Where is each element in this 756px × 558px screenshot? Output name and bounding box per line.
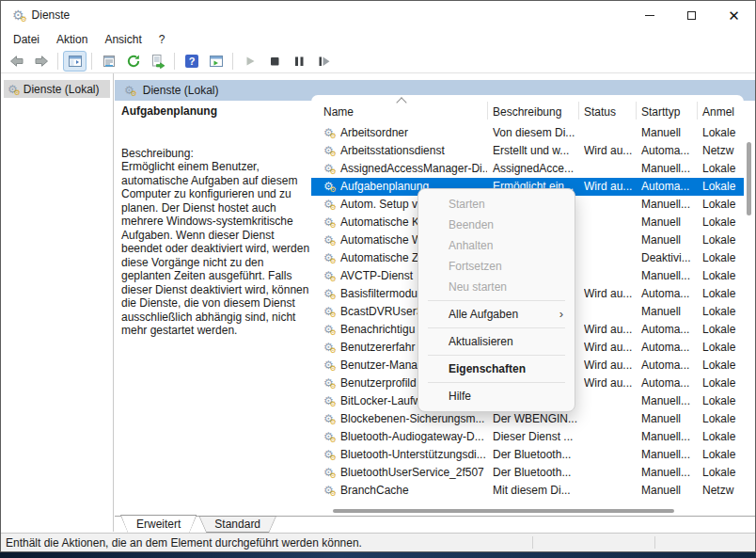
- column-header-anmelden[interactable]: Anmel: [702, 105, 734, 119]
- properties-button[interactable]: [97, 51, 120, 72]
- show-console-tree-button[interactable]: [63, 51, 87, 72]
- service-gear-icon: ⚙: [323, 181, 334, 192]
- description-text: Ermöglicht einem Benutzer, automatische …: [121, 160, 315, 338]
- console-tree-panel: ⚙ Dienste (Lokal): [1, 73, 114, 532]
- service-gear-icon: ⚙: [323, 431, 334, 442]
- stop-service-button[interactable]: [262, 51, 286, 72]
- tree-item-label: Dienste (Lokal): [24, 83, 100, 96]
- selected-service-title: Aufgabenplanung: [121, 104, 315, 118]
- tab-standard[interactable]: Standard: [198, 516, 276, 533]
- menu-separator: [428, 327, 565, 328]
- properties-icon: [102, 54, 117, 69]
- table-row[interactable]: ⚙ Bluetooth-Unterstützungsdi... Der Blue…: [311, 446, 744, 464]
- service-gear-icon: ⚙: [323, 199, 334, 210]
- menu-item-hilfe[interactable]: Hilfe: [418, 386, 575, 407]
- maximize-icon: [687, 11, 696, 20]
- forward-button[interactable]: [29, 51, 53, 72]
- service-gear-icon: ⚙: [323, 163, 334, 174]
- menu-item-starten: Starten: [418, 194, 575, 215]
- service-gear-icon: ⚙: [323, 359, 334, 371]
- maximize-button[interactable]: [670, 1, 713, 29]
- titlebar: ⚙ Dienste ✕: [1, 1, 755, 29]
- statusbar: Enthält die Aktionen, die an dem Element…: [1, 533, 755, 551]
- tab-erweitert[interactable]: Erweitert: [120, 515, 197, 533]
- forward-icon: [34, 54, 49, 69]
- column-header-status[interactable]: Status: [584, 105, 616, 119]
- table-header: Name Beschreibung Status Starttyp Anmel: [311, 95, 744, 124]
- export-list-button[interactable]: [146, 51, 169, 72]
- menu-item-fortsetzen: Fortsetzen: [418, 256, 575, 277]
- table-row[interactable]: ⚙ Bluetooth-Audiogateway-D... Dieser Die…: [311, 428, 744, 446]
- menubar-item-help[interactable]: ?: [150, 30, 174, 49]
- menu-item-neu-starten: Neu starten: [418, 277, 575, 297]
- toolbar-separator: [91, 53, 92, 70]
- description-label: Beschreibung:: [121, 147, 315, 160]
- help-button[interactable]: ?: [180, 51, 203, 72]
- back-button[interactable]: [5, 51, 28, 72]
- menubar-item-ansicht[interactable]: Ansicht: [96, 30, 150, 49]
- show-action-pane-button[interactable]: [204, 51, 228, 72]
- service-gear-icon: ⚙: [323, 485, 334, 496]
- start-service-button[interactable]: [238, 51, 261, 72]
- pause-service-button[interactable]: [287, 51, 310, 72]
- table-row[interactable]: ⚙ BranchCache Mit diesem Di... Manuell N…: [311, 482, 744, 500]
- table-row[interactable]: ⚙ Arbeitsordner Von diesem Di... Manuell…: [311, 124, 744, 142]
- service-gear-icon: ⚙: [323, 127, 334, 138]
- service-gear-icon: ⚙: [323, 467, 334, 478]
- service-gear-icon: ⚙: [323, 216, 334, 228]
- pause-service-icon: [291, 54, 307, 69]
- menubar-item-aktion[interactable]: Aktion: [48, 30, 96, 49]
- table-row[interactable]: ⚙ AssignedAccessManager-Di... AssignedAc…: [311, 160, 744, 178]
- refresh-icon: [126, 54, 141, 69]
- menu-separator: [428, 355, 565, 356]
- close-icon: ✕: [728, 8, 740, 23]
- service-gear-icon: ⚙: [323, 413, 334, 424]
- tree-item-dienste-lokal[interactable]: ⚙ Dienste (Lokal): [4, 80, 110, 98]
- menu-item-eigenschaften[interactable]: Eigenschaften: [418, 359, 575, 379]
- menubar-item-datei[interactable]: Datei: [5, 30, 48, 49]
- restart-service-button[interactable]: [311, 51, 335, 72]
- desktop: ⚙ Dienste ✕ DateiAktionAnsicht? ? ⚙ Dien…: [0, 0, 756, 558]
- export-list-icon: [150, 54, 165, 69]
- help-icon: ?: [184, 54, 199, 69]
- result-pane-title: Dienste (Lokal): [143, 84, 219, 97]
- horizontal-scrollbar[interactable]: [333, 509, 674, 513]
- restart-service-icon: [316, 54, 331, 69]
- refresh-button[interactable]: [121, 51, 145, 72]
- close-button[interactable]: ✕: [713, 1, 755, 29]
- service-gear-icon: ⚙: [323, 288, 334, 299]
- sort-ascending-icon: [396, 97, 406, 107]
- services-gear-icon: ⚙: [8, 84, 18, 95]
- menu-item-anhalten: Anhalten: [418, 235, 575, 256]
- show-action-pane-icon: [209, 54, 224, 69]
- services-window: ⚙ Dienste ✕ DateiAktionAnsicht? ? ⚙ Dien…: [0, 0, 756, 552]
- service-gear-icon: ⚙: [323, 234, 334, 246]
- table-row[interactable]: ⚙ Blockebenen-Sicherungsm... Der WBENGIN…: [311, 410, 744, 428]
- view-tabs: Erweitert Standard: [115, 516, 755, 534]
- service-gear-icon: ⚙: [323, 449, 334, 460]
- column-header-name[interactable]: Name: [323, 105, 354, 119]
- statusbar-text: Enthält die Aktionen, die an dem Element…: [6, 536, 362, 550]
- console-body: ⚙ Dienste (Lokal) ⚙ Dienste (Lokal) Aufg…: [1, 73, 755, 532]
- toolbar-separator: [174, 53, 175, 70]
- toolbar-separator: [57, 53, 58, 70]
- vertical-scrollbar[interactable]: [747, 142, 751, 215]
- table-row[interactable]: ⚙ Arbeitsstationsdienst Erstellt und w..…: [311, 142, 744, 160]
- menu-item-aktualisieren[interactable]: Aktualisieren: [418, 331, 575, 352]
- service-gear-icon: ⚙: [323, 342, 334, 353]
- service-gear-icon: ⚙: [323, 252, 334, 263]
- minimize-icon: [645, 15, 654, 16]
- extended-description-panel: Aufgabenplanung Beschreibung: Ermöglicht…: [121, 104, 315, 338]
- service-gear-icon: ⚙: [323, 377, 334, 389]
- menu-item-beenden: Beenden: [418, 215, 575, 235]
- window-title: Dienste: [32, 8, 71, 22]
- start-service-icon: [243, 54, 258, 69]
- menu-separator: [428, 300, 565, 301]
- context-menu: StartenBeendenAnhaltenFortsetzenNeu star…: [417, 188, 575, 412]
- column-header-beschreibung[interactable]: Beschreibung: [493, 105, 561, 119]
- minimize-button[interactable]: [628, 1, 670, 29]
- column-header-starttyp[interactable]: Starttyp: [641, 105, 680, 119]
- toolbar-separator: [232, 53, 233, 70]
- table-row[interactable]: ⚙ BluetoothUserService_2f507 Der Bluetoo…: [311, 464, 744, 482]
- menu-item-alle-aufgaben[interactable]: Alle Aufgaben›: [418, 304, 575, 325]
